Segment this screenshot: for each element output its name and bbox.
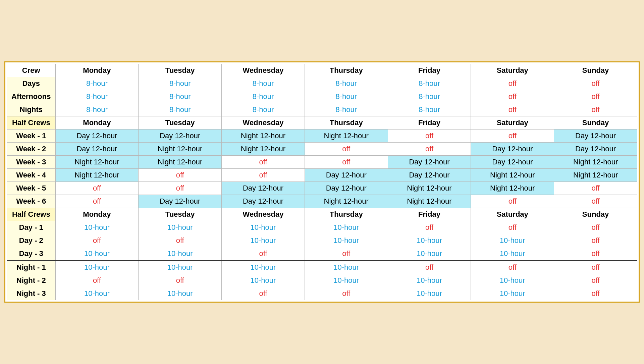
days-thu: 8-hour (305, 77, 388, 90)
night3-wed: off (222, 287, 305, 300)
night2-tue: off (139, 274, 222, 287)
week6-sun: off (554, 195, 637, 208)
week3-sun: Night 12-hour (554, 156, 637, 169)
night1-fri: off (388, 261, 471, 274)
week3-fri: Day 12-hour (388, 156, 471, 169)
week4-mon: Night 12-hour (55, 169, 139, 182)
week4-wed: off (222, 169, 305, 182)
day1-tue: 10-hour (139, 221, 222, 234)
header-mon: Monday (55, 64, 139, 77)
days-mon: 8-hour (55, 77, 139, 90)
week5-sat: Night 12-hour (471, 182, 554, 195)
table-row: Day - 1 10-hour 10-hour 10-hour 10-hour … (7, 221, 637, 234)
night2-fri: 10-hour (388, 274, 471, 287)
week6-fri: Night 12-hour (388, 195, 471, 208)
week5-thu: Day 12-hour (305, 182, 388, 195)
day1-fri: off (388, 221, 471, 234)
row-label-night1: Night - 1 (7, 261, 56, 274)
table-row: Week - 3 Night 12-hour Night 12-hour off… (7, 156, 637, 169)
week5-mon: off (55, 182, 139, 195)
night2-mon: off (55, 274, 139, 287)
night3-sat: 10-hour (471, 287, 554, 300)
night1-tue: 10-hour (139, 261, 222, 274)
afternoons-mon: 8-hour (55, 90, 139, 103)
week6-tue: Day 12-hour (139, 195, 222, 208)
night3-mon: 10-hour (55, 287, 139, 300)
week2-sat: Day 12-hour (471, 143, 554, 156)
days-fri: 8-hour (388, 77, 471, 90)
header3-crew: Half Crews (7, 208, 56, 221)
week2-wed: Night 12-hour (222, 143, 305, 156)
day2-sun: off (554, 234, 637, 247)
day1-sat: off (471, 221, 554, 234)
night2-wed: 10-hour (222, 274, 305, 287)
week5-sun: off (554, 182, 637, 195)
header3-tue: Tuesday (139, 208, 222, 221)
header3-sat: Saturday (471, 208, 554, 221)
days-tue: 8-hour (139, 77, 222, 90)
day1-sun: off (554, 221, 637, 234)
week5-tue: off (139, 182, 222, 195)
days-sun: off (554, 77, 637, 90)
night3-thu: off (305, 287, 388, 300)
main-header-row: Crew Monday Tuesday Wednesday Thursday F… (7, 64, 637, 77)
week1-thu: Night 12-hour (305, 129, 388, 143)
day3-tue: 10-hour (139, 247, 222, 261)
table-row: Day - 3 10-hour 10-hour off off 10-hour … (7, 247, 637, 261)
half-crews-header-row2: Half Crews Monday Tuesday Wednesday Thur… (7, 208, 637, 221)
night1-sun: off (554, 261, 637, 274)
week2-fri: off (388, 143, 471, 156)
day2-sat: 10-hour (471, 234, 554, 247)
nights-thu: 8-hour (305, 103, 388, 116)
table-row: Night - 1 10-hour 10-hour 10-hour 10-hou… (7, 261, 637, 274)
week2-thu: off (305, 143, 388, 156)
row-label-week2: Week - 2 (7, 143, 56, 156)
schedule-table: Crew Monday Tuesday Wednesday Thursday F… (7, 64, 637, 300)
night1-sat: off (471, 261, 554, 274)
night3-tue: 10-hour (139, 287, 222, 300)
header2-tue: Tuesday (139, 116, 222, 129)
night3-sun: off (554, 287, 637, 300)
header2-thu: Thursday (305, 116, 388, 129)
afternoons-sat: off (471, 90, 554, 103)
week3-thu: off (305, 156, 388, 169)
table-row: Week - 4 Night 12-hour off off Day 12-ho… (7, 169, 637, 182)
row-label-week3: Week - 3 (7, 156, 56, 169)
afternoons-wed: 8-hour (222, 90, 305, 103)
table-row: Day - 2 off off 10-hour 10-hour 10-hour … (7, 234, 637, 247)
night2-sat: 10-hour (471, 274, 554, 287)
header-crew: Crew (7, 64, 56, 77)
table-row: Night - 3 10-hour 10-hour off off 10-hou… (7, 287, 637, 300)
table-row: Nights 8-hour 8-hour 8-hour 8-hour 8-hou… (7, 103, 637, 116)
table-row: Afternoons 8-hour 8-hour 8-hour 8-hour 8… (7, 90, 637, 103)
week2-mon: Day 12-hour (55, 143, 139, 156)
week4-sat: Night 12-hour (471, 169, 554, 182)
header3-fri: Friday (388, 208, 471, 221)
day3-mon: 10-hour (55, 247, 139, 261)
row-label-night3: Night - 3 (7, 287, 56, 300)
week5-fri: Night 12-hour (388, 182, 471, 195)
row-label-days: Days (7, 77, 56, 90)
day2-mon: off (55, 234, 139, 247)
day3-sun: off (554, 247, 637, 261)
day3-sat: 10-hour (471, 247, 554, 261)
week2-tue: Night 12-hour (139, 143, 222, 156)
header-wed: Wednesday (222, 64, 305, 77)
week3-wed: off (222, 156, 305, 169)
row-label-day1: Day - 1 (7, 221, 56, 234)
week6-sat: off (471, 195, 554, 208)
days-sat: off (471, 77, 554, 90)
header2-wed: Wednesday (222, 116, 305, 129)
row-label-week5: Week - 5 (7, 182, 56, 195)
week2-sun: Day 12-hour (554, 143, 637, 156)
afternoons-sun: off (554, 90, 637, 103)
row-label-day2: Day - 2 (7, 234, 56, 247)
afternoons-tue: 8-hour (139, 90, 222, 103)
day3-wed: off (222, 247, 305, 261)
week1-mon: Day 12-hour (55, 129, 139, 143)
header-thu: Thursday (305, 64, 388, 77)
table-row: Week - 2 Day 12-hour Night 12-hour Night… (7, 143, 637, 156)
table-row: Week - 5 off off Day 12-hour Day 12-hour… (7, 182, 637, 195)
day3-thu: off (305, 247, 388, 261)
day1-mon: 10-hour (55, 221, 139, 234)
